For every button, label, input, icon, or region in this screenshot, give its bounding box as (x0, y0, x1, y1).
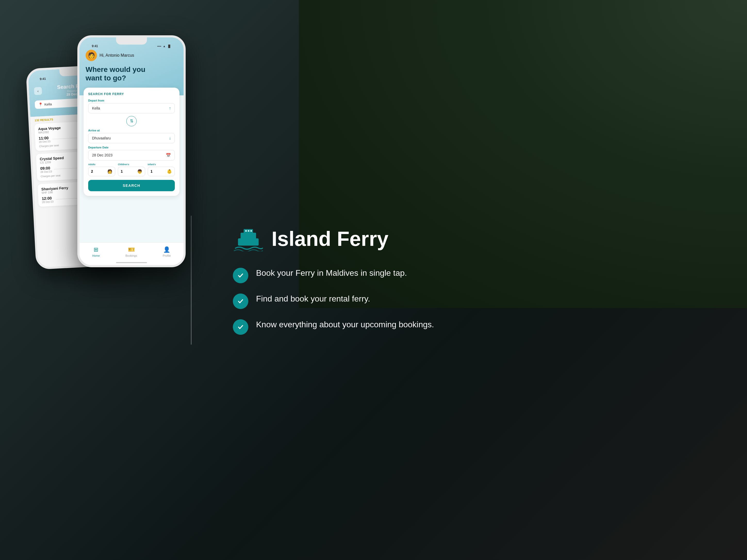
hero-text: Where would you want to go? (85, 65, 177, 82)
svg-rect-3 (245, 230, 247, 232)
avatar: 🧑 (85, 50, 97, 61)
date-input[interactable]: 28 Dec 2023 📅 (88, 150, 175, 161)
feature-text-1: Book your Ferry in Maldives in single ta… (256, 268, 407, 278)
home-indicator (116, 262, 147, 263)
nav-bookings-label: Bookings (125, 254, 137, 257)
check-icon-1 (233, 268, 248, 283)
phone-front-notch (116, 37, 147, 45)
brand-name: Island Ferry (272, 227, 389, 251)
nav-home[interactable]: ⊞ Home (92, 246, 100, 257)
adults-box[interactable]: 2 🧑 (88, 167, 115, 176)
bottom-nav: ⊞ Home 🎫 Bookings 👤 Profile (79, 242, 184, 263)
vertical-divider (191, 216, 191, 345)
phone-front-content: 9:41 ▪▪▪▪ ▲ ▐▌ 🧑 Hi, Antonio Marcus Wher… (79, 37, 184, 263)
phone-front: 9:41 ▪▪▪▪ ▲ ▐▌ 🧑 Hi, Antonio Marcus Wher… (77, 35, 186, 267)
feature-item-2: Find and book your rental ferry. (233, 294, 716, 309)
arrive-value: Dhuvaafaru (92, 136, 111, 140)
ferry-date-2: 28 Dec'23 (41, 170, 52, 173)
adults-label: Adults (88, 163, 115, 166)
svg-rect-4 (248, 230, 249, 232)
ferry-date-3: 28 Dec'23 (42, 200, 54, 203)
phone-front-header: 9:41 ▪▪▪▪ ▲ ▐▌ 🧑 Hi, Antonio Marcus Wher… (79, 37, 184, 95)
depart-value: Kella (92, 106, 100, 110)
svg-rect-1 (240, 233, 256, 239)
wifi-icon: ▲ (163, 45, 166, 48)
search-from-value: Kella (44, 102, 52, 106)
swap-button[interactable]: ⇅ (126, 116, 137, 126)
date-label: Departure Date (88, 146, 175, 149)
hero-line1: Where would you (85, 65, 146, 74)
down-arrow-icon: ↓ (169, 136, 171, 140)
profile-icon: 👤 (163, 246, 170, 253)
search-card-title: SEARCH FOR FERRY (88, 92, 175, 96)
check-icon-3 (233, 319, 248, 335)
infants-icon: 👶 (167, 169, 172, 174)
main-container: 9:41 ● ▲ 🔋 ‹ Search Results Departure Da… (0, 0, 747, 560)
adults-group: Adults 2 🧑 (88, 163, 115, 176)
arrive-label: Arrive at (88, 129, 175, 132)
ferry-time-1: 11:00 (39, 135, 51, 140)
search-button[interactable]: SEARCH (88, 180, 175, 191)
children-icon: 👦 (137, 169, 142, 174)
greeting-text: Hi, Antonio Marcus (100, 53, 134, 58)
back-button[interactable]: ‹ (34, 87, 42, 95)
front-time: 9:41 (92, 44, 98, 48)
adults-icon: 🧑 (107, 169, 112, 174)
ferry-date-1: 28 Dec'23 (39, 140, 50, 143)
infants-value: 1 (151, 169, 153, 174)
location-icon: 📍 (38, 102, 43, 107)
infants-box[interactable]: 1 👶 (148, 167, 175, 176)
svg-rect-5 (250, 230, 252, 232)
up-arrow-icon: ↑ (169, 106, 171, 111)
nav-profile[interactable]: 👤 Profile (163, 246, 171, 257)
battery-icon: ▐▌ (167, 45, 171, 48)
signal-icon: ▪▪▪▪ (157, 45, 161, 48)
depart-input[interactable]: Kella ↑ (88, 103, 175, 113)
ferry-time-2: 09:00 (40, 165, 52, 170)
right-content: Island Ferry Book your Ferry in Maldives… (202, 225, 716, 335)
search-card: SEARCH FOR FERRY Depart from Kella ↑ ⇅ A… (83, 88, 179, 196)
nav-bookings[interactable]: 🎫 Bookings (125, 246, 137, 257)
adults-value: 2 (91, 169, 93, 174)
front-status-icons: ▪▪▪▪ ▲ ▐▌ (157, 45, 171, 48)
features-list: Book your Ferry in Maldives in single ta… (233, 268, 716, 335)
depart-label: Depart from (88, 99, 175, 102)
date-value: 28 Dec 2023 (92, 153, 112, 157)
feature-text-2: Find and book your rental ferry. (256, 294, 370, 304)
children-label: Children's (118, 163, 145, 166)
feature-item-1: Book your Ferry in Maldives in single ta… (233, 268, 716, 283)
children-group: Children's 1 👦 (118, 163, 145, 176)
nav-profile-label: Profile (163, 254, 171, 257)
check-icon-2 (233, 294, 248, 309)
hero-line2: want to go? (85, 74, 126, 82)
home-icon: ⊞ (94, 246, 98, 253)
back-time: 9:41 (40, 77, 46, 81)
brand-ship-icon (233, 225, 264, 252)
nav-home-label: Home (92, 254, 100, 257)
greeting-row: 🧑 Hi, Antonio Marcus (85, 50, 177, 61)
infants-group: Infant's 1 👶 (148, 163, 175, 176)
ferry-time-3: 12:00 (42, 195, 54, 201)
arrive-input[interactable]: Dhuvaafaru ↓ (88, 133, 175, 143)
calendar-icon: 📅 (166, 153, 171, 158)
svg-rect-0 (238, 238, 259, 246)
children-value: 1 (121, 169, 123, 174)
brand-row: Island Ferry (233, 225, 716, 252)
passengers-row: Adults 2 🧑 Children's 1 👦 (88, 163, 175, 176)
phones-area: 9:41 ● ▲ 🔋 ‹ Search Results Departure Da… (31, 35, 191, 525)
feature-item-3: Know everything about your upcoming book… (233, 319, 716, 335)
bookings-icon: 🎫 (128, 246, 135, 253)
children-box[interactable]: 1 👦 (118, 167, 145, 176)
infants-label: Infant's (148, 163, 175, 166)
feature-text-3: Know everything about your upcoming book… (256, 319, 434, 330)
